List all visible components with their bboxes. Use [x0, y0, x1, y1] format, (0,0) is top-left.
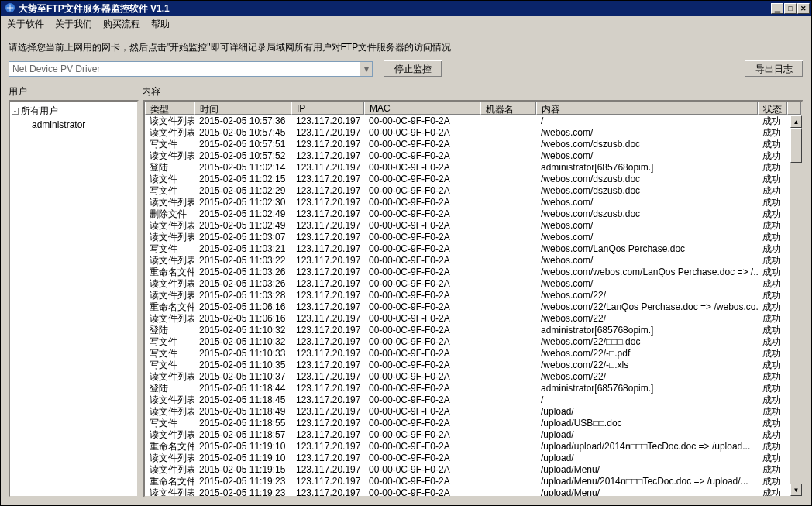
cell-type: 读文件列表	[145, 278, 194, 290]
table-row[interactable]: 读文件列表2015-02-05 11:02:49123.117.20.19700…	[145, 220, 802, 232]
menubar: 关于软件 关于我们 购买流程 帮助	[1, 16, 811, 33]
cell-type: 登陆	[145, 383, 194, 394]
table-row[interactable]: 写文件2015-02-05 11:18:55123.117.20.19700-0…	[145, 418, 802, 429]
cell-time: 2015-02-05 11:18:49	[194, 406, 291, 418]
table-row[interactable]: 读文件列表2015-02-05 11:03:26123.117.20.19700…	[145, 278, 802, 290]
col-content[interactable]: 内容	[536, 102, 758, 115]
cell-time: 2015-02-05 10:57:36	[194, 115, 291, 127]
table-row[interactable]: 重命名文件2015-02-05 11:19:10123.117.20.19700…	[145, 441, 802, 453]
table-body: 读文件列表2015-02-05 10:57:36123.117.20.19700…	[145, 115, 802, 496]
cell-mac: 00-00-0C-9F-F0-2A	[364, 278, 480, 290]
tree-collapse-icon[interactable]: -	[12, 108, 19, 115]
export-log-button[interactable]: 导出日志	[745, 60, 803, 77]
maximize-button[interactable]: □	[784, 3, 797, 14]
cell-type: 读文件列表	[145, 487, 194, 496]
cell-ip: 123.117.20.197	[291, 162, 364, 174]
table-row[interactable]: 读文件列表2015-02-05 11:03:28123.117.20.19700…	[145, 290, 802, 301]
menu-purchase[interactable]: 购买流程	[103, 18, 140, 31]
table-row[interactable]: 写文件2015-02-05 11:03:21123.117.20.19700-0…	[145, 243, 802, 255]
cell-host	[480, 394, 536, 406]
cell-host	[480, 208, 536, 220]
table-row[interactable]: 读文件列表2015-02-05 11:02:30123.117.20.19700…	[145, 197, 802, 208]
table-row[interactable]: 写文件2015-02-05 11:10:32123.117.20.19700-0…	[145, 336, 802, 348]
table-row[interactable]: 登陆2015-02-05 11:02:14123.117.20.19700-00…	[145, 162, 802, 174]
cell-mac: 00-00-0C-9F-F0-2A	[364, 162, 480, 174]
table-row[interactable]: 读文件列表2015-02-05 11:18:57123.117.20.19700…	[145, 429, 802, 441]
col-ip[interactable]: IP	[291, 102, 364, 115]
table-row[interactable]: 登陆2015-02-05 11:10:32123.117.20.19700-00…	[145, 325, 802, 336]
table-row[interactable]: 读文件列表2015-02-05 11:10:37123.117.20.19700…	[145, 371, 802, 383]
table-row[interactable]: 读文件列表2015-02-05 11:03:22123.117.20.19700…	[145, 255, 802, 267]
table-row[interactable]: 重命名文件2015-02-05 11:03:26123.117.20.19700…	[145, 267, 802, 278]
table-row[interactable]: 读文件列表2015-02-05 11:19:10123.117.20.19700…	[145, 453, 802, 464]
cell-host	[480, 429, 536, 441]
scroll-thumb[interactable]	[790, 128, 802, 163]
cell-host	[480, 348, 536, 360]
col-scroll-spacer	[787, 102, 801, 115]
table-row[interactable]: 读文件列表2015-02-05 10:57:52123.117.20.19700…	[145, 150, 802, 162]
table-row[interactable]: 写文件2015-02-05 11:02:29123.117.20.19700-0…	[145, 185, 802, 197]
stop-monitor-button[interactable]: 停止监控	[384, 60, 442, 77]
menu-about-software[interactable]: 关于软件	[7, 18, 44, 31]
table-row[interactable]: 读文件列表2015-02-05 11:06:16123.117.20.19700…	[145, 313, 802, 325]
cell-type: 读文件列表	[145, 290, 194, 301]
col-type[interactable]: 类型	[145, 102, 194, 115]
vertical-scrollbar[interactable]: ▲ ▼	[790, 115, 802, 496]
table-row[interactable]: 读文件列表2015-02-05 11:19:15123.117.20.19700…	[145, 464, 802, 476]
col-host[interactable]: 机器名	[480, 102, 536, 115]
cell-content: /upload/Menu/	[536, 464, 758, 476]
table-row[interactable]: 写文件2015-02-05 11:10:33123.117.20.19700-0…	[145, 348, 802, 360]
cell-status: 成功	[758, 150, 787, 162]
main-window: 大势至FTP文件服务器监控软件 V1.1 ▁ □ ✕ 关于软件 关于我们 购买流…	[0, 0, 812, 506]
table-row[interactable]: 重命名文件2015-02-05 11:06:16123.117.20.19700…	[145, 301, 802, 313]
cell-ip: 123.117.20.197	[291, 360, 364, 371]
cell-time: 2015-02-05 11:19:10	[194, 441, 291, 453]
cell-content: /webos.com/22/	[536, 313, 758, 325]
cell-ip: 123.117.20.197	[291, 406, 364, 418]
cell-mac: 00-00-0C-9F-F0-2A	[364, 174, 480, 185]
cell-status: 成功	[758, 325, 787, 336]
table-row[interactable]: 读文件列表2015-02-05 10:57:36123.117.20.19700…	[145, 115, 802, 127]
table-row[interactable]: 重命名文件2015-02-05 11:19:23123.117.20.19700…	[145, 476, 802, 487]
table-row[interactable]: 登陆2015-02-05 11:18:44123.117.20.19700-00…	[145, 383, 802, 394]
table-row[interactable]: 删除文件2015-02-05 11:02:49123.117.20.19700-…	[145, 208, 802, 220]
table-row[interactable]: 读文件列表2015-02-05 11:18:45123.117.20.19700…	[145, 394, 802, 406]
menu-help[interactable]: 帮助	[151, 18, 170, 31]
close-button[interactable]: ✕	[797, 3, 810, 14]
scroll-up-icon[interactable]: ▲	[790, 115, 802, 128]
tree-root-label: 所有用户	[21, 105, 58, 118]
col-mac[interactable]: MAC	[364, 102, 480, 115]
table-row[interactable]: 读文件2015-02-05 11:02:15123.117.20.19700-0…	[145, 174, 802, 185]
network-device-select[interactable]: Net Device PV Driver ▾	[9, 61, 373, 77]
cell-host	[480, 476, 536, 487]
col-status[interactable]: 状态	[758, 102, 787, 115]
tree-root-all-users[interactable]: - 所有用户	[12, 105, 136, 118]
cell-content: /webos.com/22/□□□.doc	[536, 336, 758, 348]
cell-type: 读文件列表	[145, 232, 194, 243]
minimize-button[interactable]: ▁	[771, 3, 783, 14]
table-row[interactable]: 写文件2015-02-05 11:10:35123.117.20.19700-0…	[145, 360, 802, 371]
table-row[interactable]: 读文件列表2015-02-05 11:19:23123.117.20.19700…	[145, 487, 802, 496]
cell-status: 成功	[758, 127, 787, 139]
cell-status: 成功	[758, 371, 787, 383]
cell-host	[480, 139, 536, 150]
tree-node-administrator[interactable]: administrator	[32, 119, 136, 130]
table-row[interactable]: 写文件2015-02-05 10:57:51123.117.20.19700-0…	[145, 139, 802, 150]
table-row[interactable]: 读文件列表2015-02-05 10:57:45123.117.20.19700…	[145, 127, 802, 139]
table-row[interactable]: 读文件列表2015-02-05 11:18:49123.117.20.19700…	[145, 406, 802, 418]
cell-time: 2015-02-05 11:02:30	[194, 197, 291, 208]
cell-status: 成功	[758, 383, 787, 394]
cell-type: 删除文件	[145, 208, 194, 220]
cell-time: 2015-02-05 11:18:57	[194, 429, 291, 441]
cell-content: /webos.com/22/	[536, 371, 758, 383]
user-tree: - 所有用户 administrator	[9, 100, 139, 497]
cell-status: 成功	[758, 336, 787, 348]
col-time[interactable]: 时间	[194, 102, 291, 115]
scroll-down-icon[interactable]: ▼	[790, 484, 802, 496]
cell-host	[480, 464, 536, 476]
cell-time: 2015-02-05 11:02:29	[194, 185, 291, 197]
dropdown-icon[interactable]: ▾	[360, 62, 372, 76]
menu-about-us[interactable]: 关于我们	[55, 18, 92, 31]
cell-status: 成功	[758, 394, 787, 406]
table-row[interactable]: 读文件列表2015-02-05 11:03:07123.117.20.19700…	[145, 232, 802, 243]
